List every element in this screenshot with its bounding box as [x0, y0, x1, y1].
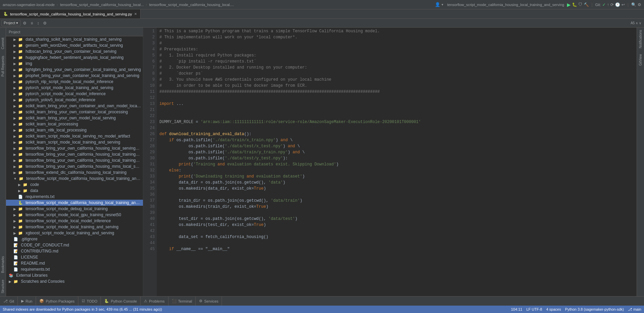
sidebar-item-tf_local_inf[interactable]: ▶📁tensorflow_script_mode_local_model_inf… [6, 218, 143, 224]
bottom-tab-run[interactable]: ▶Run [18, 297, 36, 306]
user-icon[interactable]: 👤 [435, 2, 440, 7]
sidebar-item-requirements_root[interactable]: 📄requirements.txt [6, 266, 143, 272]
debug-button[interactable]: 🐛 [572, 2, 577, 7]
status-line-col[interactable]: 104:11 [511, 307, 522, 312]
sidebar-item-pytorch_script2[interactable]: ▶📁pytorch_script_mode_local_model_infere… [6, 91, 143, 97]
sidebar-item-tf_mms[interactable]: ▶📁tensorflow_bring_your_own_california_h… [6, 163, 143, 169]
file-tab-main[interactable]: 🐍 tensorflow_script_mode_california_hous… [0, 9, 141, 18]
right-sidebar-notifications[interactable]: Notifications [638, 29, 643, 49]
bottom-tab-python_packages[interactable]: 📦Python Packages [36, 297, 78, 306]
right-sidebar-git[interactable]: GitView [638, 53, 643, 67]
git-check[interactable]: ✓ [602, 2, 606, 7]
sidebar-item-ext_libs[interactable]: 📚External Libraries [6, 272, 143, 278]
sidebar-item-scratches[interactable]: ▶📁Scratches and Consoles [6, 278, 143, 284]
status-python[interactable]: Python 3.8 (sagemaker-python-sdk) [565, 307, 624, 312]
toolbar-settings[interactable]: ⚙ [21, 20, 28, 26]
sidebar-item-scikit_local[interactable]: ▶📁scikit_learn_local_processing [6, 121, 143, 127]
sidebar-item-scikit_script1[interactable]: ▶📁scikit_learn_script_mode_local_serving… [6, 133, 143, 139]
settings-icon[interactable]: ⚙ [638, 2, 641, 7]
git-fetch[interactable]: ⟳ [610, 2, 614, 7]
breadcrumb-mid: tensorflow_script_mode_california_housin… [60, 3, 144, 7]
toolbar-gear[interactable]: ⚙ [41, 20, 48, 26]
sidebar-item-lightgbm[interactable]: ▶📁lightgbm_bring_your_own_container_loca… [6, 67, 143, 73]
sidebar-item-tf_bring2[interactable]: ▶📁tensorflow_bring_your_own_california_h… [6, 151, 143, 157]
sidebar-item-img[interactable]: ▶📁img [6, 61, 143, 67]
sidebar-item-pytorch_nlp[interactable]: ▶📁pytorch_nlp_script_mode_local_model_in… [6, 79, 143, 85]
line-number-40: 40 [143, 216, 155, 222]
main-content: Commit Pull Requests Bookmarks Structure… [0, 28, 644, 296]
search-icon[interactable]: 🔍 [631, 2, 636, 7]
sidebar-item-tf_debug[interactable]: ▶📁tensorflow_script_mode_debug_local_tra… [6, 206, 143, 212]
sidebar-item-tf_script_mode_expanded[interactable]: ▼📁tensorflow_script_mode_california_hous… [6, 175, 143, 182]
bottom-tab-git[interactable]: ⎇Git [0, 297, 18, 306]
sidebar-item-scikit_bring3[interactable]: ▶📁scikit_learn_bring_your_own_model_loca… [6, 115, 143, 121]
sidebar-item-data_folder[interactable]: ▶📁data [6, 188, 143, 194]
sidebar-item-tf_bring1[interactable]: ▶📁tensorflow_bring_your_own_california_h… [6, 145, 143, 151]
line-numbers: 1234567891011121321222324262728293031323… [143, 28, 157, 296]
bottom-tab-problems[interactable]: ⚠Problems [141, 297, 168, 306]
bottom-tab-todo[interactable]: ☑TODO [78, 297, 101, 306]
tab-py-icon: 🐍 [3, 12, 8, 16]
sidebar-item-data_sharing[interactable]: ▶📁data_sharing_scikit_learn_local_traini… [6, 36, 143, 42]
sidebar-item-contributing[interactable]: 📝CONTRIBUTING.md [6, 248, 143, 254]
sidebar-item-pytorch_script[interactable]: ▶📁pytorch_script_mode_local_training_and… [6, 85, 143, 91]
sidebar-item-pytorch_yolo[interactable]: ▶📁pytorch_yolov5_local_model_inference [6, 97, 143, 103]
dropdown-arrow[interactable]: ▾ [442, 3, 443, 6]
status-indent[interactable]: 4 spaces [546, 307, 561, 312]
sidebar-item-huggingface[interactable]: ▶📁huggingface_hebert_sentiment_analysis_… [6, 54, 143, 61]
line-number-26: 26 [143, 131, 155, 137]
sidebar-item-tf_bring3[interactable]: ▶📁tensorflow_bring_your_own_california_h… [6, 157, 143, 163]
sidebar-item-scikit_script2[interactable]: ▶📁scikit_learn_script_mode_local_trainin… [6, 139, 143, 145]
git-history[interactable]: 🕐 [615, 2, 620, 7]
git-revert[interactable]: ↩ [621, 2, 625, 7]
sidebar-item-readme[interactable]: 📝README.md [6, 260, 143, 266]
sidebar-item-scikit_nltk[interactable]: ▶📁scikit_learn_nltk_local_processing [6, 127, 143, 133]
code-line-3: # [159, 40, 634, 46]
tab-close-button[interactable]: ✕ [134, 12, 137, 16]
code-area[interactable]: # This is a sample Python program that t… [157, 28, 637, 296]
code-line-4: # Prerequisites: [159, 46, 634, 52]
toolbar-sort[interactable]: ↕ [35, 20, 41, 26]
line-number-13: 13 [143, 101, 155, 107]
sidebar-item-code_of_conduct[interactable]: 📝CODE_OF_CONDUCT.md [6, 242, 143, 248]
sidebar-item-scikit_bring2[interactable]: ▶📁scikit_learn_bring_your_own_container_… [6, 109, 143, 115]
status-branch[interactable]: ⎇ main [628, 307, 641, 312]
line-number-7: 7 [143, 65, 155, 71]
toolbar-list[interactable]: ≡ [29, 20, 35, 26]
coverage-button[interactable]: ⛉ [578, 2, 582, 7]
line-number-4: 4 [143, 46, 155, 52]
run-config-label: tensorflow_script_mode_california_housin… [447, 3, 564, 7]
sidebar-item-license[interactable]: 📄LICENSE [6, 254, 143, 260]
bottom-tab-python_console[interactable]: 🐍Python Console [101, 297, 141, 306]
sidebar-item-hdbscan[interactable]: ▶📁hdbscan_bring_your_own_container_local… [6, 48, 143, 54]
code-line-8: # `docker ps` [159, 71, 634, 77]
left-icon-bookmarks[interactable]: Bookmarks [1, 256, 5, 273]
line-number-27: 27 [143, 137, 155, 143]
sidebar-item-tf_gpu[interactable]: ▶📁tensorflow_script_mode_local_gpu_train… [6, 212, 143, 218]
editor-toolbar-right: A5 ∧ ∨ [631, 21, 641, 25]
sidebar-item-main_py[interactable]: 🐍tensorflow_script_mode_california_housi… [6, 200, 143, 206]
build-button[interactable]: 🔨 [584, 2, 589, 7]
left-icon-pull[interactable]: Pull Requests [1, 56, 5, 77]
sidebar-item-tf_extend[interactable]: ▶📁tensorflow_extend_dlc_california_housi… [6, 169, 143, 175]
sidebar-item-gitignore[interactable]: 📄.gitignore [6, 236, 143, 242]
sidebar-item-prophet[interactable]: ▶📁prophet_bring_your_own_container_local… [6, 73, 143, 79]
bottom-tab-label-todo: TODO [87, 299, 98, 303]
sidebar-item-requirements_txt[interactable]: 📄requirements.txt [6, 194, 143, 200]
left-icon-commit[interactable]: Commit [1, 38, 5, 49]
left-icon-structure[interactable]: Structure [1, 280, 5, 294]
sidebar-item-scikit_bring1[interactable]: ▶📁scikit_learn_bring_your_own_container_… [6, 103, 143, 109]
code-line-31: print('Training and evaluation datasets … [159, 161, 634, 167]
sidebar-item-code_folder[interactable]: ▶📁code [6, 182, 143, 188]
bottom-tab-terminal[interactable]: ⬛Terminal [168, 297, 196, 306]
sidebar-item-xgboost[interactable]: ▶📁xgboost_script_mode_local_training_and… [6, 230, 143, 236]
play-button[interactable]: ▶ [567, 2, 571, 7]
git-push[interactable]: ↑ [607, 2, 609, 7]
sidebar-item-gensim[interactable]: ▶📁gensim_with_word2vec_model_artifacts_l… [6, 42, 143, 48]
line-number-6: 6 [143, 58, 155, 65]
sidebar-item-tf_local_train[interactable]: ▶📁tensorflow_script_mode_local_training_… [6, 224, 143, 230]
project-dropdown[interactable]: Project ▾ [1, 20, 21, 26]
line-number-30: 30 [143, 155, 155, 161]
bottom-tab-services[interactable]: ⚙Services [196, 297, 222, 306]
status-encoding[interactable]: LF UTF-8 [526, 307, 542, 312]
